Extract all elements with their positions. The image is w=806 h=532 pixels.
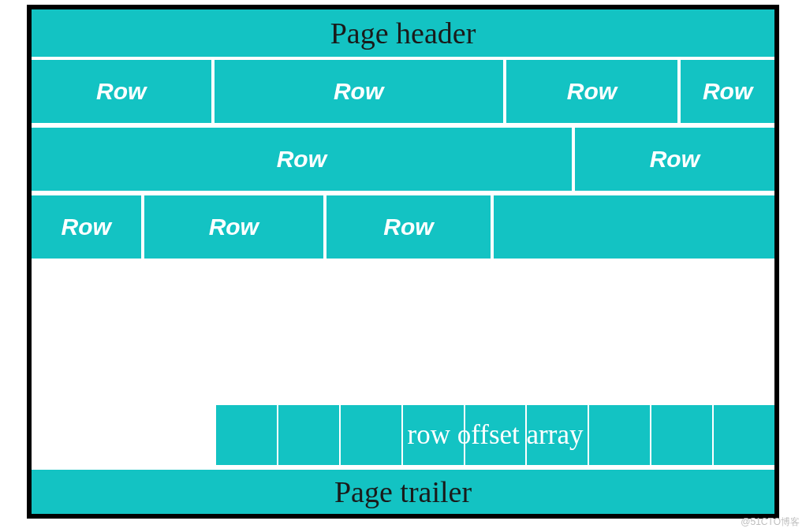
row-label: Row [383, 214, 433, 240]
row-offset-array: row offset array [32, 405, 774, 465]
offset-cell [341, 405, 401, 465]
row-label: Row [703, 78, 752, 105]
page-header: Page header [32, 9, 774, 57]
row-label: Row [334, 78, 383, 105]
free-space [32, 263, 774, 405]
row-label: Row [62, 214, 111, 240]
row-label: Row [209, 214, 259, 240]
row-cell: Row [144, 195, 324, 259]
offset-cell [589, 405, 650, 465]
row-cell: Row [215, 60, 503, 123]
row-label: Row [277, 146, 327, 173]
row-cell: Row [327, 195, 491, 259]
row-cell: Row [681, 60, 774, 123]
offset-grid: row offset array [216, 405, 774, 465]
row-cell: Row [575, 128, 774, 191]
row-cell: Row [32, 195, 141, 259]
offset-cell [216, 405, 277, 465]
watermark: @51CTO博客 [741, 515, 800, 529]
row-label: Row [567, 78, 617, 105]
page-trailer-label: Page trailer [334, 474, 472, 509]
offset-cell [651, 405, 712, 465]
row-label: Row [96, 78, 146, 105]
row-cell: Row [32, 60, 211, 123]
row-cell: Row [32, 128, 572, 191]
offset-cell [465, 405, 526, 465]
row-cell: Row [506, 60, 678, 123]
offset-cell [714, 405, 774, 465]
offset-cell [278, 405, 339, 465]
row-line-1: Row Row Row Row [32, 60, 774, 123]
page-header-label: Page header [330, 16, 476, 50]
offset-cell [527, 405, 588, 465]
page-trailer: Page trailer [32, 470, 774, 514]
row-line-2: Row Row [32, 128, 774, 191]
row-free-space [494, 195, 774, 259]
offset-cell [403, 405, 464, 465]
row-line-3: Row Row Row [32, 195, 774, 259]
row-label: Row [650, 146, 700, 173]
page-frame: Page header Row Row Row Row Row Row Row … [27, 5, 779, 519]
offset-padding [32, 405, 216, 465]
